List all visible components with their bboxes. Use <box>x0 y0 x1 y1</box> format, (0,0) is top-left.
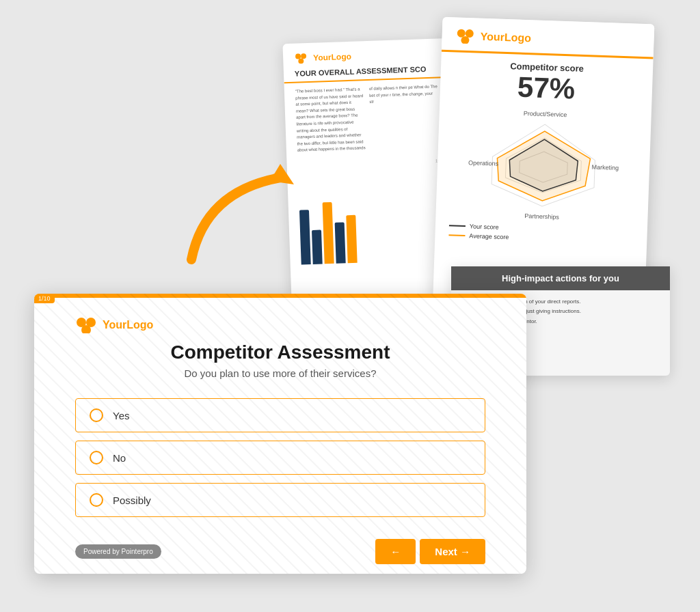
legend-line-dark <box>449 225 466 227</box>
quiz-option-yes[interactable]: Yes <box>75 398 485 432</box>
chart-bar-5 <box>346 215 357 263</box>
quiz-option-possibly-label: Possibly <box>113 495 151 506</box>
quiz-option-yes-label: Yes <box>113 410 129 421</box>
report-chart-bars <box>299 191 443 264</box>
powered-by-badge: Powered by Pointerpro <box>75 544 161 559</box>
report-card-body: "The best boss I ever had." That's a phr… <box>284 83 450 154</box>
quiz-progress: 1/10 <box>34 294 55 303</box>
quiz-card: 1/10 YourLogo Competitor Assessment Do y… <box>34 294 526 574</box>
quiz-title: Competitor Assessment <box>75 342 485 363</box>
quiz-option-possibly[interactable]: Possibly <box>75 483 485 517</box>
svg-point-3 <box>457 29 466 37</box>
quiz-option-no-label: No <box>113 452 126 464</box>
quiz-inner: YourLogo Competitor Assessment Do you pl… <box>34 298 526 574</box>
results-logo-text: YourLogo <box>480 31 531 45</box>
quiz-logo-text: YourLogo <box>103 319 153 331</box>
chart-bar-4 <box>335 222 346 263</box>
results-score-section: Competitor score 57% <box>440 52 654 115</box>
svg-point-2 <box>298 58 304 64</box>
report-logo-icon <box>294 53 310 64</box>
report-chart-section: 108642 <box>287 158 455 265</box>
report-card-back: YourLogo YOUR OVERALL ASSESSMENT SCO "Th… <box>282 38 455 303</box>
radar-label-right: Marketing <box>591 164 619 171</box>
legend-avg-score-label: Average score <box>469 232 509 240</box>
svg-point-0 <box>295 53 301 59</box>
results-score-value: 57% <box>453 69 638 107</box>
high-impact-title: High-impact actions for you <box>451 266 670 290</box>
radar-chart: Product/Service Operations Marketing Par… <box>466 108 620 223</box>
quiz-radio-no[interactable] <box>90 451 103 464</box>
svg-point-1 <box>301 53 306 59</box>
report-body-text2: of daily allows n their pe What do The b… <box>369 83 440 151</box>
arrow-svg <box>171 137 308 273</box>
chart-bar-2 <box>312 230 323 264</box>
legend-your-score-label: Your score <box>470 223 499 230</box>
arrow-decoration <box>171 137 308 273</box>
quiz-logo-row: YourLogo <box>75 317 485 333</box>
chart-bar-3 <box>323 202 334 264</box>
next-button[interactable]: Next → <box>420 539 485 564</box>
radar-label-bottom: Partnerships <box>524 212 559 221</box>
next-button-label: Next → <box>435 546 470 557</box>
quiz-logo-icon <box>75 317 97 333</box>
quiz-radio-possibly[interactable] <box>90 493 103 507</box>
legend-line-orange <box>448 234 465 236</box>
report-logo-text: YourLogo <box>313 52 351 63</box>
quiz-options-list: Yes No Possibly <box>75 398 485 517</box>
radar-label-left: Operations <box>468 159 498 167</box>
prev-button[interactable]: ← <box>375 539 416 564</box>
quiz-subtitle: Do you plan to use more of their service… <box>75 367 485 379</box>
quiz-radio-yes[interactable] <box>90 408 103 422</box>
quiz-nav-buttons: ← Next → <box>375 539 485 564</box>
quiz-footer: Powered by Pointerpro ← Next → <box>75 539 485 564</box>
results-logo-icon <box>455 28 475 44</box>
quiz-option-no[interactable]: No <box>75 441 485 475</box>
